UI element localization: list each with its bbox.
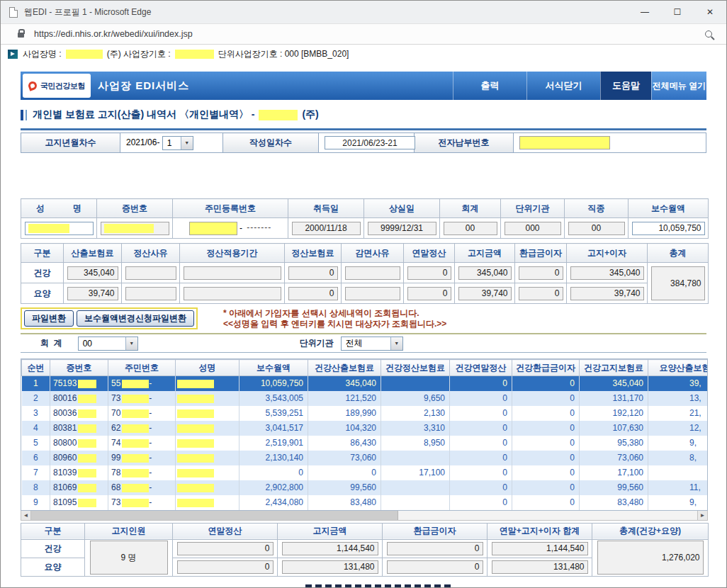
cell-health-yearend: 0 <box>450 495 512 510</box>
cell-care-calc <box>648 465 709 480</box>
workplace-info-bar: 사업장명 : (주) 사업장기호 : 단위사업장기호 : 000 [BMBB_0… <box>1 45 726 63</box>
person-cert-input[interactable] <box>101 222 169 235</box>
jumin-dash: - <box>149 408 152 418</box>
close-form-button[interactable]: 서식닫기 <box>526 72 600 100</box>
epay-input-redacted[interactable] <box>519 136 610 149</box>
minimize-button[interactable]: — <box>629 1 661 23</box>
lock-icon[interactable] <box>18 33 24 38</box>
health-calc-field[interactable]: 345,040 <box>67 266 118 280</box>
table-row[interactable]: 9 81095 73- 2,434,080 83,480 0 0 83,480 … <box>22 495 709 510</box>
care-settle-period-field[interactable] <box>184 287 281 300</box>
health-refund-field[interactable]: 0 <box>519 266 563 280</box>
person-pay-cell: 10,059,750 <box>629 218 709 239</box>
table-row[interactable]: 8 81069 68- 2,902,800 99,560 0 0 99,560 … <box>22 480 709 495</box>
write-date-input[interactable]: 2021/06/23-21 <box>325 136 415 149</box>
close-button[interactable]: ✕ <box>694 1 726 23</box>
notice-seq-select[interactable]: 1 ▼ <box>162 136 193 150</box>
person-resident-input-redacted[interactable] <box>189 222 237 235</box>
cell-jumin: 78- <box>108 465 176 480</box>
care-refund-field[interactable]: 0 <box>519 287 563 300</box>
unit-filter-select[interactable]: 전체 ▼ <box>341 337 403 351</box>
horizontal-scrollbar[interactable]: ◄ ► <box>21 511 708 521</box>
table-row[interactable]: 5 80800 74- 2,519,901 86,430 8,950 0 0 9… <box>22 436 709 451</box>
cell-seq: 6 <box>22 451 50 465</box>
account-filter-select[interactable]: 00 ▼ <box>78 337 138 351</box>
premium-header-notice-interest: 고지+이자 <box>567 244 648 263</box>
care-settle-field[interactable]: 0 <box>288 287 338 300</box>
redaction-box <box>122 439 149 448</box>
grid-col-health-yearend[interactable]: 건강연말정산 <box>450 360 512 376</box>
health-reduce-reason-field[interactable] <box>345 266 400 280</box>
health-notice-interest-field[interactable]: 345,040 <box>570 266 644 280</box>
grid-col-health-refund[interactable]: 건강환급금이자 <box>512 360 580 376</box>
table-row[interactable]: 3 80036 70- 5,539,251 189,990 2,130 0 0 … <box>22 406 709 421</box>
cell-jumin: 62- <box>108 421 176 436</box>
redaction-box <box>28 224 69 233</box>
search-icon[interactable] <box>705 30 712 38</box>
grid-col-health-calc[interactable]: 건강산출보험료 <box>308 360 381 376</box>
person-header-pay: 보수월액 <box>629 199 709 218</box>
care-notice-interest-field[interactable]: 39,740 <box>570 287 644 300</box>
health-settle-field[interactable]: 0 <box>288 266 338 280</box>
person-name-input[interactable] <box>25 222 94 235</box>
nhis-logo-text: 국민건강보험 <box>40 81 85 91</box>
insured-grid-viewport: 순번 증번호 주민번호 성명 보수월액 건강산출보험료 건강정산보험료 건강연말… <box>21 358 708 511</box>
page-title-text: 개인별 보험료 고지(산출) 내역서 〈개인별내역〉 - <box>33 108 254 121</box>
monthly-pay-field[interactable]: 10,059,750 <box>632 222 705 235</box>
care-settle-reason-field[interactable] <box>125 287 176 300</box>
grid-col-health-settle[interactable]: 건강정산보험료 <box>381 360 450 376</box>
scrollbar-thumb[interactable] <box>31 511 398 520</box>
cell-name <box>176 480 239 495</box>
care-reduce-reason-field[interactable] <box>345 287 400 300</box>
job-field[interactable]: 00 <box>568 222 625 235</box>
account-field[interactable]: 00 <box>444 222 497 235</box>
grid-col-seq[interactable]: 순번 <box>22 360 50 376</box>
all-menu-button[interactable]: 전체메뉴 열기 <box>651 72 706 100</box>
health-notice-field[interactable]: 345,040 <box>458 266 512 280</box>
table-row[interactable]: 4 80381 62- 3,041,517 104,320 3,310 0 0 … <box>22 421 709 436</box>
loss-date-field[interactable]: 9999/12/31 <box>368 222 436 235</box>
write-date-label: 작성일차수 <box>223 133 319 153</box>
clipped-footer-text <box>305 584 454 587</box>
redaction-box <box>177 454 214 463</box>
redaction-box <box>122 499 149 507</box>
summary-care-yearend: 0 <box>177 560 274 574</box>
care-notice-field[interactable]: 39,740 <box>458 287 512 300</box>
care-yearend-field[interactable]: 0 <box>407 287 451 300</box>
table-row[interactable]: 6 80960 99- 2,130,140 73,060 0 0 73,060 … <box>22 451 709 465</box>
print-button[interactable]: 출력 <box>453 72 526 100</box>
redaction-box <box>177 409 214 418</box>
summary-header-count: 고지인원 <box>85 523 173 539</box>
help-button[interactable]: 도움말 <box>600 72 651 100</box>
summary-header-notice: 고지금액 <box>278 523 383 539</box>
redaction-box <box>78 424 96 433</box>
health-settle-reason-field[interactable] <box>125 266 176 280</box>
grid-col-care-calc[interactable]: 요양산출보험료 <box>648 360 709 376</box>
health-settle-period-field[interactable] <box>184 266 281 280</box>
health-yearend-field[interactable]: 0 <box>407 266 451 280</box>
cell-cert: 80016 <box>50 391 108 406</box>
table-row[interactable]: 7 81039 78- 0 0 17,100 0 0 17,100 <box>22 465 709 480</box>
grid-col-pay[interactable]: 보수월액 <box>239 360 308 376</box>
table-row[interactable]: 2 80016 73- 3,543,005 121,520 9,650 0 0 … <box>22 391 709 406</box>
notice-form: 고지년월차수 2021/06- 1 ▼ 작성일차수 2021/06/23-21 … <box>21 132 706 153</box>
maximize-button[interactable]: ☐ <box>661 1 694 23</box>
grid-col-cert[interactable]: 증번호 <box>50 360 108 376</box>
scroll-right-button[interactable]: ► <box>697 511 707 520</box>
unit-org-field[interactable]: 000 <box>505 222 561 235</box>
grid-col-jumin[interactable]: 주민번호 <box>108 360 176 376</box>
scroll-left-button[interactable]: ◄ <box>21 511 31 520</box>
notice-line2: <<성명을 입력 후 엔터키를 치시면 대상자가 조회됩니다.>> <box>223 319 446 329</box>
grid-col-health-notice[interactable]: 건강고지보험료 <box>580 360 648 376</box>
grid-col-name[interactable]: 성명 <box>176 360 239 376</box>
address-bar[interactable]: https://edi.nhis.or.kr/webedi/xui/index.… <box>1 23 726 45</box>
file-convert-button[interactable]: 파일변환 <box>24 310 74 327</box>
premium-header-calc: 산출보험료 <box>64 244 122 263</box>
cell-cert: 80381 <box>50 421 108 436</box>
pay-change-file-convert-button[interactable]: 보수월액변경신청파일변환 <box>77 310 194 327</box>
cell-health-notice: 17,100 <box>580 465 648 480</box>
url-text[interactable]: https://edi.nhis.or.kr/webedi/xui/index.… <box>34 29 193 39</box>
table-row-selected[interactable]: 1 75193 55- 10,059,750 345,040 0 0 345,0… <box>22 376 709 391</box>
acquisition-date-field[interactable]: 2000/11/18 <box>292 222 361 235</box>
care-calc-field[interactable]: 39,740 <box>67 287 118 300</box>
